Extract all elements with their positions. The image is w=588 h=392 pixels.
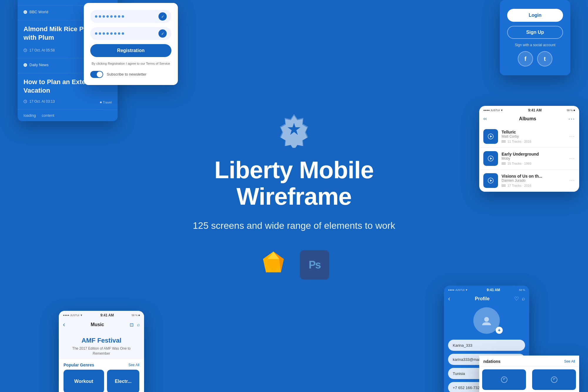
- profile-phone-status: ●●●● JUSTUI ▼ 9:41 AM 58 %: [444, 286, 529, 293]
- album-name-3: Visions of Us on th...: [502, 174, 566, 179]
- login-button[interactable]: Login: [507, 9, 563, 22]
- album-info-3: Visions of Us on th... Damien Jurado 17 …: [502, 174, 566, 187]
- album-thumb-2: [483, 151, 498, 166]
- album-thumb-img-1: [482, 369, 526, 390]
- registration-card: ✓ ✓ Registration By clicking Registratio…: [84, 3, 178, 85]
- news-meta-3: 17 Oct. At 03:13: [24, 99, 55, 104]
- music-nav-title: Music: [91, 322, 104, 327]
- facebook-button[interactable]: f: [518, 51, 533, 66]
- albums-lower-card: ndations See All The Wake ... Trinidad J…: [479, 356, 579, 392]
- profile-username-field[interactable]: Karina_333: [448, 340, 525, 351]
- reg-confirm-field: ✓: [90, 27, 171, 40]
- album-artist-1: Matt Corby: [502, 134, 566, 139]
- svg-marker-10: [490, 135, 492, 138]
- svg-point-24: [484, 317, 489, 322]
- news-tab-loading[interactable]: loading: [24, 113, 36, 118]
- albums-lower-header: ndations See All: [479, 356, 579, 366]
- albums-back-icon[interactable]: ‹‹: [483, 116, 487, 122]
- music-nav-bar: ‹ Music ⊡ ⌕: [59, 318, 144, 333]
- albums-more-icon[interactable]: ···: [568, 115, 575, 122]
- music-hero-section: AMF Festival The 2017 Edition of AMF Was…: [59, 333, 144, 359]
- login-card: Login Sign Up Sign with a social account…: [500, 0, 570, 75]
- album-thumb-item-1: The Wake ... Trinidad James: [479, 366, 529, 392]
- album-artist-2: Moby: [502, 156, 566, 161]
- newsletter-toggle[interactable]: [90, 71, 103, 78]
- albums-nav-bar: ‹‹ Albums ···: [479, 114, 579, 126]
- check-icon: ✓: [158, 12, 167, 21]
- album-item-moby: Early Underground Moby 15 Tracks · 1993 …: [479, 148, 579, 170]
- badge-icon: [276, 112, 312, 148]
- reg-password-field: ✓: [90, 10, 171, 23]
- news-footer: 17 Oct. At 03:13 Travel: [18, 97, 118, 109]
- profile-back-icon[interactable]: ‹: [448, 295, 450, 303]
- album-thumb-1: [483, 129, 498, 144]
- festival-title: AMF Festival: [65, 337, 138, 344]
- newsletter-label: Subscribe to newsletter: [107, 72, 146, 76]
- back-button[interactable]: ‹: [63, 321, 65, 328]
- subtitle: 125 screens and wide range of elements t…: [191, 218, 397, 233]
- sketch-icon: [259, 250, 288, 280]
- profile-nav-bar: ‹ Profile ♡ ⌕: [444, 293, 529, 307]
- album-artist-3: Damien Jurado: [502, 179, 566, 183]
- profile-nav-icons: ♡ ⌕: [514, 296, 525, 302]
- tool-icons: Ps: [191, 250, 397, 280]
- registration-button[interactable]: Registration: [90, 44, 171, 57]
- album-thumb-3: [483, 173, 498, 188]
- profile-search-icon[interactable]: ⌕: [522, 296, 525, 302]
- add-photo-button[interactable]: +: [496, 327, 503, 334]
- center-content: Liberty Mobile Wireframe 125 screens and…: [191, 112, 397, 279]
- svg-marker-15: [490, 157, 492, 160]
- genres-title: Popular Genres: [64, 363, 94, 367]
- music-phone-status: ●●●● JUSTUI ▼ 9:41 AM 58 % ■: [59, 311, 144, 318]
- festival-desc: The 2017 Edition of AMF Was One to Remem…: [65, 346, 138, 356]
- album-thumb-item-2: Don... Imani: [529, 366, 579, 392]
- search-icon[interactable]: ⌕: [137, 322, 140, 328]
- genres-see-all[interactable]: See All: [128, 363, 139, 367]
- social-buttons-row: f t: [518, 51, 552, 66]
- albums-thumb-grid: The Wake ... Trinidad James Don... Imani: [479, 366, 579, 392]
- travel-tag: Travel: [100, 101, 112, 104]
- album-name-1: Telluric: [502, 130, 566, 134]
- album-item-damien: Visions of Us on th... Damien Jurado 17 …: [479, 170, 579, 192]
- signup-button[interactable]: Sign Up: [507, 26, 563, 39]
- reg-terms-text: By clicking Registration I agree to our …: [90, 61, 171, 66]
- twitter-button[interactable]: t: [537, 51, 552, 66]
- genre-workout[interactable]: Workout: [64, 370, 104, 392]
- album-info-2: Early Underground Moby 15 Tracks · 1993: [502, 152, 566, 165]
- heart-icon[interactable]: ♡: [514, 296, 519, 302]
- main-title: Liberty Mobile Wireframe: [191, 156, 397, 209]
- news-tab-content[interactable]: content: [42, 113, 54, 118]
- genres-section-header: Popular Genres See All: [59, 359, 144, 370]
- genre-electronic[interactable]: Electr...: [107, 370, 139, 392]
- albums-lower-see-all[interactable]: See All: [564, 359, 575, 363]
- album-info-1: Telluric Matt Corby 11 Tracks · 2016: [502, 130, 566, 143]
- profile-nav-title: Profile: [475, 296, 490, 301]
- check-icon-2: ✓: [158, 29, 167, 38]
- album-meta-1: 11 Tracks · 2016: [502, 140, 566, 143]
- album-meta-3: 17 Tracks · 2016: [502, 184, 566, 187]
- password-dots: [95, 15, 157, 18]
- albums-nav-title: Albums: [519, 116, 536, 121]
- album-options-2[interactable]: ···: [569, 156, 575, 161]
- newsletter-toggle-row: Subscribe to newsletter: [90, 71, 171, 78]
- album-options-1[interactable]: ···: [569, 134, 575, 139]
- album-thumb-img-2: [532, 369, 576, 390]
- album-item-telluric: Telluric Matt Corby 11 Tracks · 2016 ···: [479, 126, 579, 148]
- genre-grid: Workout Electr...: [59, 370, 144, 392]
- music-nav-icons: ⊡ ⌕: [130, 322, 140, 328]
- album-options-3[interactable]: ···: [569, 178, 575, 183]
- svg-marker-20: [490, 179, 492, 182]
- bookmark-icon[interactable]: ⊡: [130, 322, 133, 328]
- album-name-2: Early Underground: [502, 152, 566, 156]
- music-card: ●●●● JUSTUI ▼ 9:41 AM 58 % ■ ‹ Music ⊡ ⌕…: [59, 311, 144, 392]
- avatar-section: +: [444, 307, 529, 334]
- albums-card: ●●●● JUSTUI ▼ 9:41 AM 58 % ■ ‹‹ Albums ·…: [479, 106, 579, 192]
- albums-phone-status: ●●●● JUSTUI ▼ 9:41 AM 58 % ■: [479, 106, 579, 114]
- social-label: Sign with a social account: [515, 43, 555, 47]
- album-meta-2: 15 Tracks · 1993: [502, 162, 566, 165]
- confirm-dots: [95, 32, 157, 35]
- albums-lower-title: ndations: [483, 359, 500, 364]
- photoshop-icon: Ps: [300, 250, 329, 280]
- news-tabs: loading content: [18, 109, 118, 121]
